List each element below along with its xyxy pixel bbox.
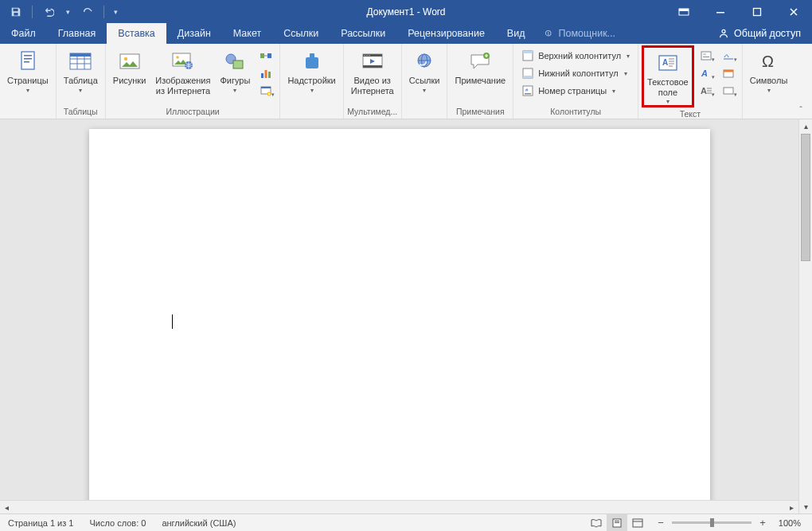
vertical-scrollbar[interactable]: ▴ ▾: [798, 119, 812, 513]
header-icon: [521, 49, 534, 62]
scroll-right-button[interactable]: ▸: [785, 501, 798, 513]
separator: [103, 6, 104, 18]
group-header-footer: Верхний колонтитул▾ Нижний колонтитул▾ #…: [513, 44, 638, 119]
tab-references[interactable]: Ссылки: [272, 23, 330, 44]
svg-rect-8: [21, 52, 34, 69]
statusbar: Страница 1 из 1 Число слов: 0 английский…: [0, 513, 812, 531]
group-tables: Таблица ▾ Таблицы: [57, 44, 106, 119]
picture-icon: [117, 49, 142, 74]
wordart-button[interactable]: A▾: [696, 64, 716, 82]
status-words[interactable]: Число слов: 0: [81, 514, 154, 531]
link-icon: [412, 49, 437, 74]
svg-rect-1: [679, 9, 689, 11]
addins-button[interactable]: Надстройки ▾: [283, 45, 339, 95]
svg-rect-69: [724, 88, 733, 94]
svg-rect-61: [703, 57, 709, 57]
textbox-label: Текстовое поле: [647, 77, 689, 97]
status-language[interactable]: английский (США): [154, 514, 244, 531]
footer-button[interactable]: Нижний колонтитул▾: [517, 64, 634, 82]
table-button[interactable]: Таблица ▾: [60, 45, 102, 95]
svg-point-21: [176, 56, 179, 59]
group-label: Мультимед...: [347, 105, 398, 119]
redo-button[interactable]: [76, 2, 99, 21]
document-area: ▴ ▾ ◂ ▸: [0, 119, 812, 513]
svg-rect-9: [24, 55, 32, 57]
pages-button[interactable]: Страницы ▾: [3, 45, 53, 95]
svg-rect-17: [70, 53, 91, 57]
tab-layout[interactable]: Макет: [222, 23, 272, 44]
svg-rect-10: [24, 58, 32, 60]
pictures-button[interactable]: Рисунки: [109, 45, 150, 87]
svg-text:A: A: [701, 68, 708, 78]
quick-parts-button[interactable]: ▾: [696, 47, 716, 64]
close-button[interactable]: [775, 0, 812, 23]
group-pages: Страницы ▾: [0, 44, 57, 119]
chevron-down-icon: ▾: [79, 87, 82, 94]
undo-button[interactable]: [37, 2, 60, 21]
svg-rect-38: [363, 65, 382, 68]
tab-review[interactable]: Рецензирование: [396, 23, 496, 44]
status-page[interactable]: Страница 1 из 1: [0, 514, 81, 531]
textbox-button[interactable]: A Текстовое поле ▾: [642, 45, 694, 107]
omega-icon: Ω: [756, 49, 782, 74]
zoom-percent[interactable]: 100%: [774, 518, 806, 528]
svg-rect-3: [754, 8, 761, 15]
group-label: Примечания: [451, 105, 509, 119]
svg-rect-72: [615, 521, 619, 521]
scroll-left-button[interactable]: ◂: [0, 501, 14, 513]
save-button[interactable]: [5, 2, 27, 21]
print-layout-button[interactable]: [607, 514, 627, 531]
scroll-up-button[interactable]: ▴: [799, 119, 812, 133]
object-button[interactable]: ▾: [718, 82, 739, 100]
tab-home[interactable]: Главная: [47, 23, 107, 44]
screenshot-button[interactable]: ▾: [256, 82, 276, 100]
tab-file[interactable]: Файл: [0, 23, 47, 44]
web-layout-button[interactable]: [627, 514, 648, 531]
signature-button[interactable]: ▾: [718, 47, 739, 64]
tab-view[interactable]: Вид: [496, 23, 537, 44]
zoom-in-button[interactable]: +: [756, 517, 769, 529]
read-mode-button[interactable]: [586, 514, 607, 531]
horizontal-scrollbar[interactable]: ◂ ▸: [0, 500, 798, 513]
drop-cap-button[interactable]: A▾: [696, 82, 716, 100]
header-button[interactable]: Верхний колонтитул▾: [517, 47, 634, 64]
shapes-icon: [222, 49, 248, 74]
ribbon-display-icon[interactable]: [666, 0, 702, 23]
symbols-button[interactable]: Ω Символы ▾: [746, 45, 792, 95]
online-pictures-button[interactable]: Изображения из Интернета: [151, 45, 214, 96]
tab-insert[interactable]: Вставка: [107, 23, 166, 44]
share-button[interactable]: Общий доступ: [707, 23, 812, 44]
chart-button[interactable]: [256, 64, 276, 82]
undo-dropdown[interactable]: ▾: [61, 8, 75, 16]
minimize-button[interactable]: [702, 0, 739, 23]
qat-customize[interactable]: ▾: [109, 8, 123, 16]
text-cursor: [172, 314, 173, 329]
tab-mailings[interactable]: Рассылки: [330, 23, 396, 44]
tell-me-search[interactable]: Помощник...: [536, 23, 623, 44]
online-video-button[interactable]: Видео из Интернета: [347, 45, 398, 96]
scroll-down-button[interactable]: ▾: [799, 500, 812, 513]
collapse-ribbon-button[interactable]: ˆ: [794, 104, 807, 115]
svg-rect-52: [525, 93, 531, 95]
scroll-thumb[interactable]: [801, 134, 810, 261]
smartart-button[interactable]: [256, 47, 276, 64]
zoom-thumb[interactable]: [710, 518, 714, 527]
links-label: Ссылки: [409, 76, 440, 86]
ribbon: Страницы ▾ Таблица ▾ Таблицы Рис: [0, 44, 812, 119]
maximize-button[interactable]: [739, 0, 775, 23]
window-title: Документ1 - Word: [366, 6, 445, 18]
chevron-down-icon: ▾: [423, 87, 426, 94]
page-number-button[interactable]: # Номер страницы▾: [517, 82, 634, 100]
zoom-slider[interactable]: [672, 521, 751, 524]
page-canvas[interactable]: [89, 129, 710, 513]
window-controls: [666, 0, 812, 23]
links-button[interactable]: Ссылки ▾: [405, 45, 444, 95]
shapes-button[interactable]: Фигуры ▾: [216, 45, 254, 95]
pages-label: Страницы: [7, 76, 49, 86]
zoom-out-button[interactable]: −: [654, 517, 667, 529]
group-media: Видео из Интернета Мультимед...: [344, 44, 402, 119]
datetime-button[interactable]: [718, 64, 739, 82]
comment-button[interactable]: Примечание: [451, 45, 509, 87]
table-icon: [68, 49, 93, 74]
tab-design[interactable]: Дизайн: [166, 23, 222, 44]
